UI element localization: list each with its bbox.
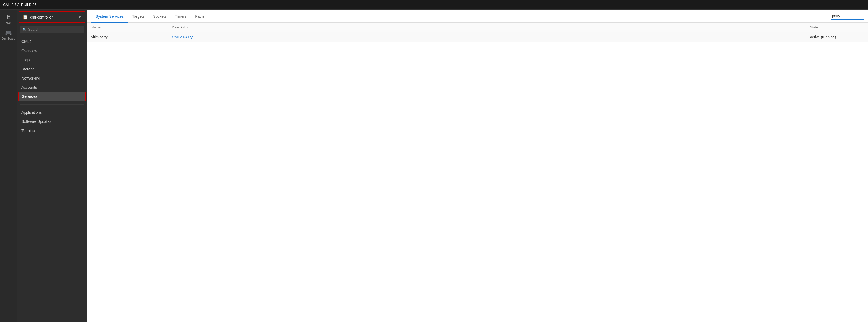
search-icon: 🔍: [22, 27, 27, 31]
sidebar-nav: CML2 Overview Logs Storage Networking Ac…: [17, 36, 87, 102]
icon-nav: 🖥 Host 🎮 Dashboard: [0, 10, 17, 322]
tab-paths[interactable]: Paths: [191, 11, 209, 23]
tab-targets[interactable]: Targets: [128, 11, 149, 23]
nav-dashboard-label: Dashboard: [2, 37, 15, 40]
row-name-cell: virl2-patty: [91, 35, 172, 39]
service-name[interactable]: virl2-patty: [91, 35, 108, 39]
tab-search-input[interactable]: [832, 12, 864, 20]
table-row[interactable]: virl2-patty CML2 PATty active (running): [87, 32, 868, 42]
table-area: Name Description State virl2-patty CML2 …: [87, 23, 868, 322]
tab-search-container: [832, 12, 864, 20]
tab-system-services[interactable]: System Services: [91, 11, 128, 23]
col-header-state: State: [810, 25, 864, 29]
nav-host[interactable]: 🖥 Host: [1, 12, 16, 26]
host-icon: 🖥: [6, 14, 11, 20]
tab-bar: System Services Targets Sockets Timers P…: [87, 10, 868, 23]
tab-sockets[interactable]: Sockets: [149, 11, 171, 23]
controller-icon: 📋: [23, 14, 28, 20]
col-header-description: Description: [172, 25, 810, 29]
sidebar-item-applications[interactable]: Applications: [17, 108, 87, 117]
app-title: CML 2.7.2+BUILD.26: [3, 3, 36, 7]
sidebar-item-cml2[interactable]: CML2: [17, 37, 87, 46]
col-header-name: Name: [91, 25, 172, 29]
main-content: System Services Targets Sockets Timers P…: [87, 10, 868, 322]
sidebar-divider: [21, 104, 84, 105]
row-description-cell: CML2 PATty: [172, 35, 810, 39]
table-header: Name Description State: [87, 23, 868, 32]
sidebar-item-accounts[interactable]: Accounts: [17, 83, 87, 92]
search-input[interactable]: [20, 26, 84, 33]
controller-selector[interactable]: 📋 cml-controller ▼: [19, 11, 85, 23]
sidebar-item-terminal[interactable]: Terminal: [17, 126, 87, 135]
nav-host-label: Host: [6, 21, 11, 24]
row-state-cell: active (running): [810, 35, 864, 39]
service-state: active (running): [810, 35, 836, 39]
sidebar-search-container: 🔍: [20, 26, 84, 33]
sidebar-item-networking[interactable]: Networking: [17, 74, 87, 83]
sidebar-item-software-updates[interactable]: Software Updates: [17, 117, 87, 126]
sidebar: 📋 cml-controller ▼ 🔍 CML2 Overview Logs …: [17, 10, 87, 322]
tab-timers[interactable]: Timers: [171, 11, 191, 23]
sidebar-item-overview[interactable]: Overview: [17, 46, 87, 55]
sidebar-secondary-nav: Applications Software Updates Terminal: [17, 107, 87, 136]
controller-label: cml-controller: [30, 15, 76, 19]
sidebar-item-logs[interactable]: Logs: [17, 55, 87, 64]
sidebar-item-services[interactable]: Services: [18, 92, 86, 101]
nav-dashboard[interactable]: 🎮 Dashboard: [1, 27, 16, 42]
chevron-down-icon: ▼: [78, 15, 82, 19]
sidebar-item-storage[interactable]: Storage: [17, 64, 87, 74]
top-bar: CML 2.7.2+BUILD.26: [0, 0, 868, 10]
dashboard-icon: 🎮: [5, 30, 12, 36]
